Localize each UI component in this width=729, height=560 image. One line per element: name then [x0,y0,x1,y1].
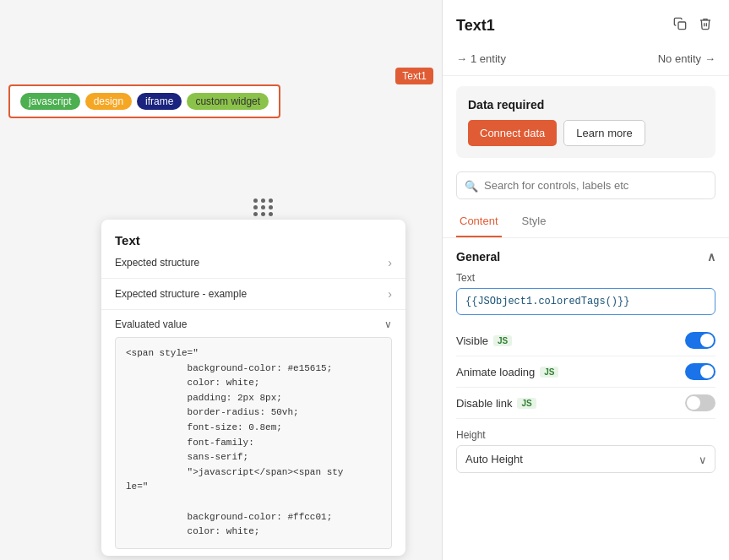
height-label: Height [456,429,715,441]
text-prop-label: Text [456,272,715,284]
visible-js-badge: JS [493,335,512,346]
code-line-1: <span style=" [126,348,199,358]
copy-button[interactable] [670,14,690,37]
expected-structure-row[interactable]: Expected structure › [101,247,405,279]
visible-toggle-row: Visible JS [456,325,715,356]
code-line-9: ">javascript</span><span sty [126,467,343,477]
data-required-title: Data required [468,98,704,111]
visible-toggle[interactable] [685,332,715,349]
disable-link-toggle[interactable] [685,394,715,411]
tab-style[interactable]: Style [519,206,550,237]
canvas-area: Text1 javascript design iframe custom wi… [0,0,442,560]
disable-link-label: Disable link JS [456,397,536,410]
widget-title: Text1 [456,17,495,35]
code-line-11: background-color: #ffcc01; [126,512,332,522]
animate-label: Animate loading JS [456,366,558,378]
animate-toggle-row: Animate loading JS [456,356,715,388]
delete-button[interactable] [695,14,715,37]
height-dropdown-row: Height Auto Height Fixed Height ∨ [456,429,715,473]
code-line-8: sans-serif; [126,452,248,462]
tabs-row: Content Style [443,206,729,238]
code-line-6: font-size: 0.8em; [126,422,282,432]
expected-structure-example-label: Expected structure - example [115,288,247,300]
search-input[interactable] [456,171,715,199]
height-select[interactable]: Auto Height Fixed Height [456,445,715,473]
evaluated-header[interactable]: Evaluated value ∨ [115,318,392,330]
text-property-row: Text [456,272,715,315]
data-required-banner: Data required Connect data Learn more [456,86,715,158]
text-value-input[interactable] [456,288,715,315]
no-entity-label: No entity [658,52,701,65]
learn-more-button[interactable]: Learn more [563,120,645,146]
section-chevron-icon: ∧ [707,250,715,264]
entity-arrow-right: → [705,52,715,65]
code-line-7: font-family: [126,438,254,448]
code-line-12: color: white; [126,526,259,536]
text1-canvas-label: Text1 [395,68,433,84]
right-panel: Text1 → 1 entity No entity → Data requi [442,0,729,560]
expected-structure-example-row[interactable]: Expected structure - example › [101,279,405,310]
tags-container: javascript design iframe custom widget [8,84,280,118]
height-dropdown-wrapper: Auto Height Fixed Height ∨ [456,445,715,473]
chevron-right-icon: › [388,256,392,269]
general-section-header[interactable]: General ∧ [456,238,715,272]
code-line-3: color: white; [126,378,259,388]
general-label: General [456,250,500,264]
expected-structure-label: Expected structure [115,257,199,269]
chevron-down-icon: ∨ [384,318,392,330]
svg-rect-0 [678,22,686,30]
evaluated-section: Evaluated value ∨ <span style=" backgrou… [101,310,405,549]
visible-label: Visible JS [456,334,512,347]
disable-link-js-badge: JS [517,398,536,409]
code-line-2: background-color: #e15615; [126,363,332,373]
tag-iframe[interactable]: iframe [137,93,182,110]
properties-section: General ∧ Text Visible JS Animate loadin [443,238,729,473]
entity-row: → 1 entity No entity → [456,47,715,75]
entity-left: → 1 entity [456,52,506,65]
code-block: <span style=" background-color: #e15615;… [115,337,392,549]
tag-design[interactable]: design [85,93,132,110]
code-line-4: padding: 2px 8px; [126,393,282,403]
entity-right-link[interactable]: No entity → [658,52,715,65]
chevron-right-icon2: › [388,287,392,301]
search-container: 🔍 [456,171,715,199]
code-line-10: le=" [126,481,148,492]
entity-count: 1 entity [471,52,506,65]
animate-toggle[interactable] [685,363,715,380]
tag-javascript[interactable]: javascript [20,93,80,110]
right-header: Text1 → 1 entity No entity → [443,0,729,76]
entity-arrow-left: → [456,52,467,65]
evaluated-label: Evaluated value [115,318,187,330]
tab-content[interactable]: Content [456,206,502,237]
card-title: Text [101,220,405,247]
search-icon: 🔍 [465,179,478,192]
tag-custom-widget[interactable]: custom widget [187,93,269,110]
code-line-5: border-radius: 50vh; [126,407,299,417]
animate-js-badge: JS [540,367,558,378]
disable-link-toggle-row: Disable link JS [456,388,715,419]
connect-data-button[interactable]: Connect data [468,120,557,146]
text-structure-card: Text Expected structure › Expected struc… [101,220,405,556]
drag-handle-icon[interactable] [253,198,274,216]
